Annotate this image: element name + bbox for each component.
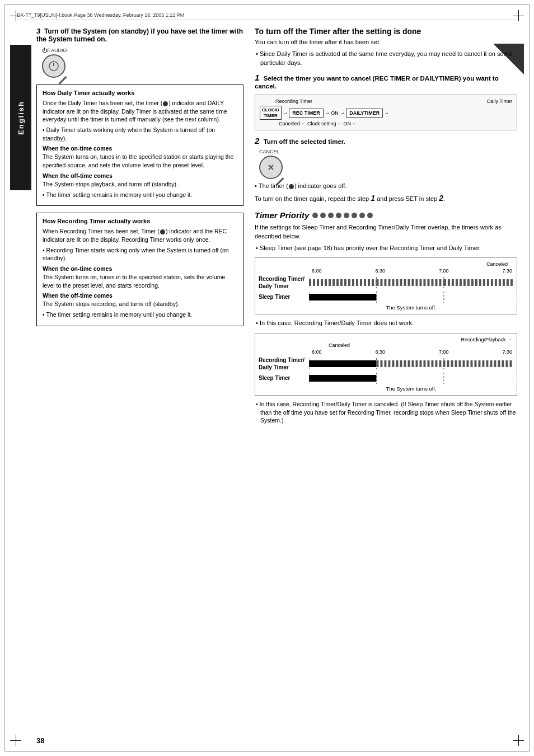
- chart1-row1: Recording Timer/Daily Timer: [259, 275, 513, 290]
- on-label1: ON: [331, 110, 339, 116]
- chart1-time-3: 7:30: [502, 268, 512, 274]
- diag-arrow2: →: [325, 110, 330, 116]
- priority-dot-1: [312, 213, 318, 218]
- timer-diag-row2: Canceled ← Clock setting ← ON ←: [260, 121, 512, 126]
- chart2-footer: The System turns off.: [259, 386, 513, 392]
- priority-dot-6: [352, 213, 357, 218]
- cancel-button-illustration: CANCEL: [259, 149, 517, 179]
- daily-timer-on-time-text: The System turns on, tunes in to the spe…: [43, 153, 237, 169]
- sidebar: English: [10, 45, 31, 190]
- chart1-footer: The System turns off.: [259, 304, 513, 311]
- chart1-row1-track: [309, 277, 513, 288]
- step2-right: 2 Turn off the selected timer. CANCEL • …: [255, 136, 517, 189]
- right-column: To turn off the Timer after the setting …: [255, 27, 517, 427]
- diag-arrow-back1: ←: [301, 121, 306, 126]
- to-turn-on-again-text: To turn on the timer again, repeat the s…: [255, 194, 517, 203]
- chart1-time-0: 6:00: [312, 268, 322, 274]
- chart1-row1-label: Recording Timer/Daily Timer: [259, 275, 309, 290]
- canceled-label-diag: Canceled: [279, 121, 300, 126]
- step2-bullet: • The timer () indicator goes off.: [255, 182, 517, 189]
- chart2-time-2: 7:00: [439, 349, 449, 355]
- recording-timer-bullet1: • Recording Timer starts working only wh…: [43, 246, 237, 262]
- chart2-row2-label: Sleep Timer: [259, 374, 309, 382]
- chart2-row1: Recording Timer/Daily Timer: [259, 356, 513, 371]
- recording-timer-para1: When Recording Timer has been set, Timer…: [43, 227, 237, 243]
- diag-arrow1: →: [283, 110, 288, 116]
- step2-text: Turn off the selected timer.: [264, 138, 345, 145]
- recording-timer-on-time-text: The System turns on, tunes in to the spe…: [43, 273, 237, 289]
- timeline-chart-1: Canceled 6:00 6:30 7:00 7:30 Recording T…: [255, 257, 517, 314]
- daily-timer-off-time-heading: When the off-time comes: [43, 172, 237, 179]
- svg-rect-22: [309, 375, 376, 382]
- recording-timer-info-box: How Recording Timer actually works When …: [36, 213, 243, 326]
- chart1-canceled-label: Canceled: [259, 261, 513, 267]
- chart2-row1-label: Recording Timer/Daily Timer: [259, 356, 309, 371]
- power-button-circle: [42, 54, 65, 78]
- recording-timer-on-time-heading: When the on-time comes: [43, 265, 237, 272]
- chart1-row2-track: [309, 292, 513, 303]
- daily-timer-label: Daily Timer: [487, 98, 512, 104]
- chart1-row2-label: Sleep Timer: [259, 293, 309, 300]
- chart2-time-3: 7:30: [502, 349, 512, 355]
- chart2-time-0: 6:00: [312, 349, 322, 355]
- chart2-time-1: 6:30: [375, 349, 385, 355]
- priority-dot-8: [367, 213, 373, 218]
- daily-timer-info-box: How Daily Timer actually works Once the …: [36, 84, 243, 206]
- chart1-bullet: • In this case, Recording Timer/Daily Ti…: [255, 319, 517, 327]
- chart2-row1-track: [309, 358, 513, 369]
- header-bar: DX-T7_T9[USUN]-f.book Page 38 Wednesday,…: [17, 10, 517, 20]
- priority-dot-2: [320, 213, 326, 218]
- step1-number: 1: [255, 73, 259, 82]
- corner-mark-br: [513, 735, 524, 746]
- to-turn-off-heading: To turn off the Timer after the setting …: [255, 27, 517, 36]
- rec-timer-box: REC TIMER: [289, 109, 324, 118]
- svg-rect-16: [309, 360, 376, 367]
- daily-timer-on-time-heading: When the on-time comes: [43, 145, 237, 152]
- step3-section: 3 Turn off the System (on standby) if yo…: [36, 27, 243, 78]
- chart1-time-2: 7:00: [439, 268, 449, 274]
- left-column: 3 Turn off the System (on standby) if yo…: [36, 27, 243, 333]
- daily-timer-off-time-text: The System stops playback, and turns off…: [43, 180, 237, 189]
- priority-dot-3: [328, 213, 334, 218]
- step-ref2: 2: [439, 194, 443, 203]
- priority-intro: If the settings for Sleep Timer and Reco…: [255, 223, 517, 241]
- timer-priority-title: Timer Priority: [255, 210, 309, 220]
- daily-timer-box-diag: DAILYTIMER: [346, 109, 383, 118]
- chart1-row2: Sleep Timer: [259, 292, 513, 303]
- diag-arrow3: →: [340, 110, 345, 116]
- header-text: DX-T7_T9[USUN]-f.book Page 38 Wednesday,…: [17, 12, 184, 18]
- page-number: 38: [36, 736, 44, 745]
- diag-arrow4: →: [384, 110, 389, 116]
- daily-timer-title: How Daily Timer actually works: [43, 90, 237, 96]
- recording-timer-title: How Recording Timer actually works: [43, 218, 237, 224]
- to-turn-off-subtext: You can turn off the timer after it has …: [255, 38, 517, 46]
- chart2-recording-label: Recording/Playback →: [259, 337, 513, 342]
- recording-timer-off-time-bullet: • The timer setting remains in memory un…: [43, 311, 237, 319]
- main-content: 3 Turn off the System (on standby) if yo…: [36, 27, 517, 734]
- chart1-times: 6:00 6:30 7:00 7:30: [259, 268, 513, 274]
- daily-timer-off-time-bullet: • The timer setting remains in memory un…: [43, 191, 237, 199]
- priority-dot-4: [336, 213, 341, 218]
- daily-timer-para1: Once the Daily Timer has been set, the t…: [43, 99, 237, 124]
- diag-arrow-back3: ←: [352, 121, 357, 126]
- diag-arrow-back2: ←: [338, 121, 343, 126]
- priority-bullet1: • Sleep Timer (see page 18) has priority…: [255, 244, 517, 252]
- svg-rect-11: [309, 294, 376, 300]
- chart2-canceled-label: Canceled: [259, 342, 513, 348]
- chart2-row2: Sleep Timer: [259, 373, 513, 384]
- clock-setting-label: Clock setting: [307, 121, 336, 126]
- chart2-times: 6:00 6:30 7:00 7:30: [259, 349, 513, 355]
- to-turn-off-bullet1: • Since Daily Timer is activated at the …: [255, 50, 517, 67]
- clock-timer-box: CLOCK/TIMER: [260, 106, 282, 120]
- chart2-row2-track: [309, 373, 513, 384]
- recording-timer-off-time-heading: When the off-time comes: [43, 292, 237, 299]
- corner-mark-bl: [10, 735, 21, 746]
- daily-timer-bullet1: • Daily Timer starts working only when t…: [43, 126, 237, 142]
- cancel-button-circle: [259, 156, 283, 179]
- step2-number: 2: [255, 136, 259, 145]
- on-label2-diag: ON: [344, 121, 352, 126]
- timer-diag-row1: CLOCK/TIMER → REC TIMER → ON → DAILYTIME…: [260, 106, 512, 120]
- cancel-button-label: CANCEL: [259, 149, 517, 154]
- power-button-label: ⏻/I AUDIO: [42, 48, 67, 53]
- timer-diag-top-labels: Recording Timer Daily Timer: [260, 98, 512, 104]
